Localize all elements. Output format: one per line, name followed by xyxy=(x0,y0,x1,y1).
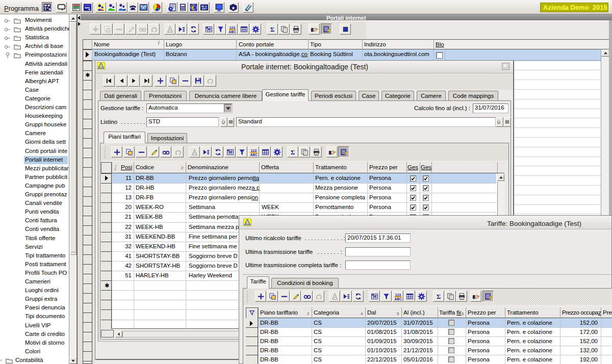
svg-text:123: 123 xyxy=(250,148,257,152)
svg-text:ABC: ABC xyxy=(394,297,401,300)
svg-text:123: 123 xyxy=(229,25,235,29)
svg-text:123: 123 xyxy=(395,293,401,296)
svg-text:Ü: Ü xyxy=(222,120,225,125)
svg-text:Σ: Σ xyxy=(436,293,441,300)
svg-text:ABC: ABC xyxy=(250,152,257,155)
svg-text:Σ: Σ xyxy=(290,148,295,156)
svg-text:Ü: Ü xyxy=(497,120,500,125)
svg-text:ABC: ABC xyxy=(228,30,236,33)
svg-text:Σ: Σ xyxy=(270,25,274,33)
svg-text:€: € xyxy=(191,4,195,11)
